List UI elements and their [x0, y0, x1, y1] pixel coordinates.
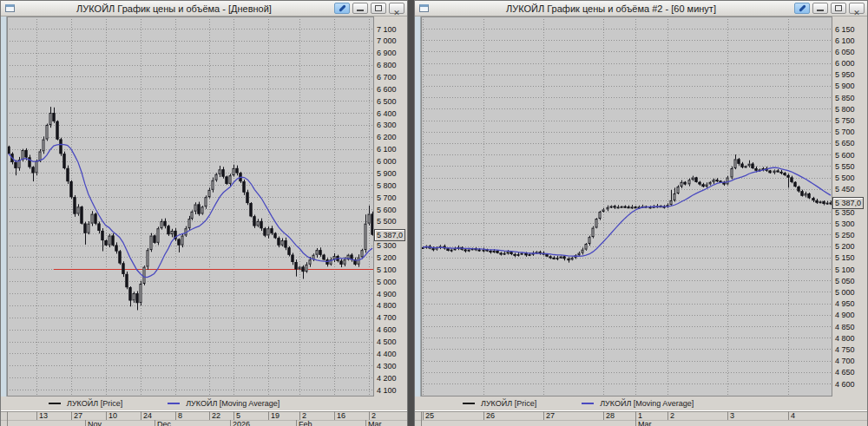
y-tick-label: 5 300: [835, 220, 855, 228]
legend-label: ЛУКОЙЛ [Price]: [67, 399, 122, 408]
ma-series-dash-icon: [582, 403, 594, 404]
price-axis[interactable]: 6 1506 1006 0506 0005 9505 9005 8505 800…: [832, 16, 867, 397]
x-tick-label: 24: [143, 411, 152, 420]
time-axis-separator: [7, 420, 8, 426]
time-axis-separator: [727, 411, 728, 420]
y-tick-label: 4 400: [377, 350, 397, 358]
price-chart-canvas[interactable]: [7, 16, 374, 397]
y-tick-label: 5 150: [835, 253, 855, 262]
x-tick-label: 28: [606, 411, 615, 420]
y-tick-label: 5 500: [377, 217, 397, 226]
y-tick-label: 5 600: [835, 151, 855, 160]
x-tick-label: 25: [425, 411, 434, 420]
y-tick-label: 4 800: [377, 301, 397, 310]
y-tick-label: 4 800: [835, 334, 855, 343]
close-button[interactable]: ✕: [389, 3, 404, 14]
chart-window-daily: ЛУКОЙЛ График цены и объёма - [Дневной] …: [0, 0, 408, 426]
y-tick-label: 4 600: [835, 380, 855, 389]
x-tick-label: 4: [791, 411, 795, 420]
time-axis-separator: [268, 411, 269, 420]
time-axis-separator: [175, 411, 176, 420]
x-tick-label: 2: [302, 411, 306, 420]
y-tick-label: 4 700: [835, 357, 855, 365]
window-icon: [5, 4, 15, 12]
chart-legend: ЛУКОЙЛ [Price] ЛУКОЙЛ [Moving Average]: [415, 397, 867, 410]
y-tick-label: 6 100: [835, 36, 855, 45]
y-tick-label: 6 100: [377, 145, 397, 154]
time-axis-separator: [483, 411, 484, 420]
y-tick-label: 6 800: [377, 61, 397, 69]
minimize-button[interactable]: [352, 3, 368, 14]
time-axis-separator: [106, 411, 107, 420]
legend-item-ma: ЛУКОЙЛ [Moving Average]: [582, 399, 694, 408]
x-month-label: 2026: [233, 420, 250, 426]
y-tick-label: 4 100: [377, 386, 397, 395]
y-tick-label: 6 200: [377, 133, 397, 141]
titlebar[interactable]: ЛУКОЙЛ График цены и объёма - [Дневной] …: [1, 1, 407, 16]
time-axis-separator: [85, 420, 86, 426]
x-month-label: Dec: [157, 420, 171, 426]
window-title: ЛУКОЙЛ График цены и объёма #2 - [60 мин…: [431, 3, 792, 14]
maximize-button[interactable]: [831, 3, 846, 14]
maximize-icon: [375, 5, 382, 11]
x-tick-label: 10: [108, 411, 117, 420]
y-tick-label: 6 150: [835, 25, 855, 34]
link-icon: [339, 4, 345, 11]
y-tick-label: 4 750: [835, 345, 855, 354]
y-tick-label: 6 900: [377, 49, 397, 57]
y-tick-label: 5 600: [377, 206, 397, 214]
time-axis-separator: [299, 411, 300, 420]
y-tick-label: 4 300: [377, 362, 397, 370]
x-month-label: Nov: [88, 420, 102, 426]
time-axis-separator: [369, 411, 370, 420]
close-button[interactable]: ✕: [849, 3, 865, 14]
legend-item-price: ЛУКОЙЛ [Price]: [463, 399, 536, 408]
link-button[interactable]: [794, 3, 810, 14]
minimize-icon: [817, 10, 824, 11]
y-tick-label: 5 700: [835, 128, 855, 136]
price-axis[interactable]: 7 1007 0006 9006 8006 7006 6006 5006 400…: [374, 16, 407, 397]
y-tick-label: 5 100: [377, 265, 397, 274]
legend-label: ЛУКОЙЛ [Price]: [481, 399, 536, 408]
y-tick-label: 5 100: [835, 265, 855, 274]
titlebar[interactable]: ЛУКОЙЛ График цены и объёма #2 - [60 мин…: [415, 1, 867, 16]
x-tick-label: 2: [670, 411, 674, 420]
x-tick-label: 5: [236, 411, 240, 420]
chart-left-gutter: [1, 16, 7, 397]
y-tick-label: 6 500: [377, 97, 397, 106]
y-tick-label: 5 900: [377, 169, 397, 178]
legend-item-ma: ЛУКОЙЛ [Moving Average]: [168, 399, 279, 408]
y-tick-label: 5 250: [835, 231, 855, 239]
x-tick-label: 16: [337, 411, 345, 420]
y-tick-label: 6 700: [377, 73, 397, 82]
time-axis[interactable]: 132710248225192162 NovDec2026FebMar: [1, 410, 407, 426]
y-tick-label: 5 000: [377, 278, 397, 286]
link-icon: [799, 4, 806, 11]
time-axis-months: NovDec2026FebMar: [1, 420, 407, 426]
time-axis-separator: [421, 411, 422, 420]
maximize-button[interactable]: [371, 3, 386, 14]
y-tick-label: 4 900: [835, 311, 855, 319]
y-tick-label: 6 600: [377, 85, 397, 94]
time-axis-separator: [233, 411, 234, 420]
current-price-label: 5 387,0: [832, 197, 864, 209]
time-axis-separator: [421, 420, 422, 426]
time-axis-separator: [209, 411, 210, 420]
y-tick-label: 5 800: [835, 105, 855, 114]
minimize-button[interactable]: [812, 3, 828, 14]
y-tick-label: 6 300: [377, 121, 397, 129]
y-tick-label: 4 850: [835, 323, 855, 331]
link-button[interactable]: [334, 3, 350, 14]
price-series-dash-icon: [49, 403, 61, 404]
x-tick-label: 3: [730, 411, 734, 420]
price-chart-canvas[interactable]: [421, 16, 832, 397]
x-tick-label: 22: [212, 411, 220, 420]
y-tick-label: 5 800: [377, 181, 397, 190]
time-axis[interactable]: 252627281234 Mar: [415, 410, 867, 426]
y-tick-label: 5 500: [835, 174, 855, 182]
time-axis-months: Mar: [415, 420, 867, 426]
x-month-label: Mar: [638, 420, 652, 426]
time-axis-separator: [155, 420, 155, 426]
y-tick-label: 7 000: [377, 36, 397, 45]
time-axis-separator: [141, 411, 141, 420]
